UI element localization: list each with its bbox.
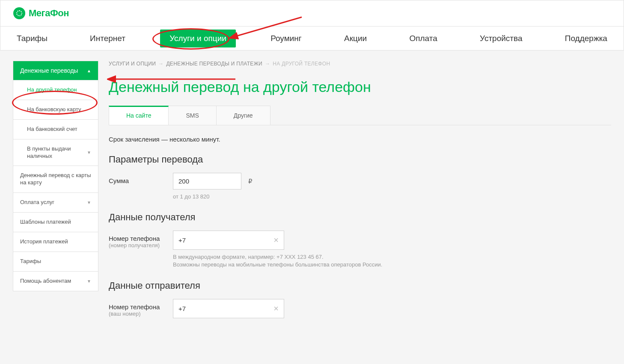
section-sender-title: Данные отправителя: [109, 280, 611, 291]
sidebar-item-label: Помощь абонентам: [20, 278, 71, 285]
recipient-phone-hint: В международном формате, например: +7 XX…: [173, 253, 382, 269]
section-params-title: Параметры перевода: [109, 154, 611, 165]
section-recipient-title: Данные получателя: [109, 212, 611, 223]
recipient-phone-value: +7: [178, 237, 186, 244]
phone-label-text: Номер телефона: [109, 235, 160, 242]
tab-1[interactable]: SMS: [168, 106, 216, 125]
main-content: УСЛУГИ И ОПЦИИ→ДЕНЕЖНЫЕ ПЕРЕВОДЫ И ПЛАТЕ…: [109, 61, 611, 323]
breadcrumb: УСЛУГИ И ОПЦИИ→ДЕНЕЖНЫЕ ПЕРЕВОДЫ И ПЛАТЕ…: [109, 61, 611, 67]
sidebar-item-label: Оплата услуг: [20, 199, 54, 206]
breadcrumb-item[interactable]: УСЛУГИ И ОПЦИИ: [109, 61, 156, 67]
sidebar-item-label: Шаблоны платежей: [20, 219, 71, 226]
sidebar-item-label: В пункты выдачи наличных: [27, 145, 87, 160]
chevron-up-icon: ▲: [87, 68, 91, 73]
sender-phone-label: Номер телефона (ваш номер): [109, 299, 173, 317]
amount-hint: от 1 до 13 820: [173, 193, 253, 201]
chevron-down-icon: ▼: [87, 150, 91, 155]
sidebar-item-3[interactable]: В пункты выдачи наличных▼: [13, 139, 98, 166]
sidebar-item-label: Тарифы: [20, 258, 41, 265]
sidebar-header[interactable]: Денежные переводы ▲: [13, 61, 98, 80]
main-nav: ТарифыИнтернетУслуги и опцииРоумингАкции…: [0, 27, 624, 50]
breadcrumb-separator: →: [265, 61, 270, 67]
phone-label-text-2: Номер телефона: [109, 303, 160, 311]
recipient-phone-label: Номер телефона (номер получателя): [109, 231, 173, 249]
breadcrumb-item[interactable]: ДЕНЕЖНЫЕ ПЕРЕВОДЫ И ПЛАТЕЖИ: [166, 61, 262, 67]
nav-item-5[interactable]: Оплата: [401, 28, 445, 49]
recipient-phone-input[interactable]: +7 ×: [173, 231, 284, 250]
chevron-down-icon: ▼: [87, 200, 91, 205]
tab-2[interactable]: Другие: [216, 106, 270, 125]
sidebar-item-7[interactable]: История платежей: [13, 232, 98, 252]
breadcrumb-separator: →: [158, 61, 163, 67]
nav-item-6[interactable]: Устройства: [472, 28, 530, 49]
sender-phone-row: Номер телефона (ваш номер) +7 ×: [109, 299, 611, 318]
amount-row: Сумма 200 ₽ от 1 до 13 820: [109, 173, 611, 201]
tab-0[interactable]: На сайте: [109, 106, 169, 125]
sender-phone-input[interactable]: +7 ×: [173, 299, 284, 318]
page-title: Денежный перевод на другой телефон: [109, 79, 611, 95]
chevron-down-icon: ▼: [87, 278, 91, 284]
sidebar-item-1[interactable]: На банковскую карту: [13, 100, 98, 119]
nav-item-4[interactable]: Акции: [336, 28, 374, 49]
sidebar-item-6[interactable]: Шаблоны платежей: [13, 212, 98, 232]
amount-input[interactable]: 200: [173, 173, 241, 189]
sidebar-item-0[interactable]: На другой телефон: [13, 80, 98, 100]
nav-item-1[interactable]: Интернет: [82, 28, 133, 49]
sidebar: Денежные переводы ▲ На другой телефонНа …: [13, 61, 98, 291]
phone-sublabel-recipient: (номер получателя): [109, 242, 173, 249]
clear-icon[interactable]: ×: [273, 235, 279, 245]
sidebar-item-label: Денежный перевод с карты на карту: [20, 172, 91, 186]
sidebar-item-label: История платежей: [20, 238, 68, 246]
logo-text: МегаФон: [29, 8, 69, 19]
sidebar-item-9[interactable]: Помощь абонентам▼: [13, 271, 98, 291]
sidebar-item-label: На банковский счет: [27, 126, 77, 133]
breadcrumb-item: НА ДРУГОЙ ТЕЛЕФОН: [273, 61, 330, 67]
topbar: МегаФон: [0, 0, 624, 27]
sidebar-item-4[interactable]: Денежный перевод с карты на карту: [13, 166, 98, 192]
logo-icon: [13, 7, 25, 19]
nav-item-7[interactable]: Поддержка: [557, 28, 615, 49]
amount-label: Сумма: [109, 173, 173, 184]
clear-icon[interactable]: ×: [273, 304, 279, 314]
phone-sublabel-sender: (ваш номер): [109, 311, 173, 317]
recipient-phone-row: Номер телефона (номер получателя) +7 × В…: [109, 231, 611, 269]
sidebar-item-label: На другой телефон: [27, 86, 77, 94]
nav-item-2[interactable]: Услуги и опции: [160, 30, 236, 47]
currency-symbol: ₽: [248, 178, 253, 185]
nav-item-3[interactable]: Роуминг: [263, 28, 309, 49]
sidebar-item-8[interactable]: Тарифы: [13, 252, 98, 271]
sidebar-item-2[interactable]: На банковский счет: [13, 119, 98, 139]
sidebar-item-5[interactable]: Оплата услуг▼: [13, 192, 98, 212]
nav-item-0[interactable]: Тарифы: [9, 28, 55, 49]
tabs: На сайтеSMSДругие: [109, 106, 611, 125]
sender-phone-value: +7: [178, 305, 186, 312]
info-text: Срок зачисления — несколько минут.: [109, 136, 611, 143]
brand-logo[interactable]: МегаФон: [13, 7, 611, 19]
sidebar-item-label: На банковскую карту: [27, 106, 81, 113]
sidebar-header-label: Денежные переводы: [20, 67, 78, 74]
